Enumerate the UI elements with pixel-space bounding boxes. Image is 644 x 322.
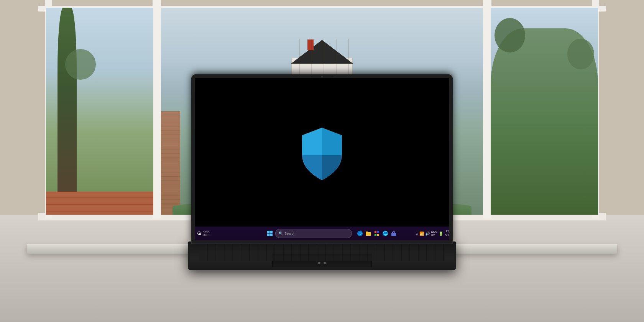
keyboard	[199, 243, 445, 261]
laptop-screen[interactable]: 🌤 30°C Haze	[192, 75, 452, 243]
window-frame-right-inner	[483, 0, 491, 219]
taskbar-right: ∧ 📶 🔊 ENGUS 🔋 12:29 AM 3/10/2023	[397, 230, 449, 238]
file-explorer-icon[interactable]	[365, 230, 372, 237]
svg-rect-1	[270, 231, 273, 233]
taskbar-center: 🔍 Search	[266, 229, 397, 238]
system-tray[interactable]: ∧ 📶 🔊 ENGUS 🔋	[416, 230, 443, 237]
weather-condition: Haze	[203, 234, 210, 237]
search-icon: 🔍	[279, 232, 283, 235]
svg-rect-10	[377, 234, 379, 236]
clock-date: 3/10/2023	[445, 233, 449, 237]
system-clock[interactable]: 12:29 AM 3/10/2023	[445, 230, 449, 238]
taskbar-left: 🌤 30°C Haze	[197, 230, 266, 237]
svg-rect-0	[267, 231, 270, 233]
shield-svg	[295, 125, 349, 184]
window-frame-left-inner	[153, 0, 161, 219]
svg-rect-3	[270, 234, 273, 237]
volume-icon: 🔊	[425, 232, 430, 236]
language-indicator: ENGUS	[431, 230, 437, 237]
taskbar-icons	[356, 230, 397, 237]
screen-content: 🌤 30°C Haze	[195, 78, 449, 240]
store-icon[interactable]	[373, 230, 380, 237]
windows-start-button[interactable]	[266, 230, 274, 237]
touchpad-dot-1	[318, 262, 320, 264]
battery-icon: 🔋	[439, 232, 443, 236]
window-view-left	[46, 8, 153, 215]
camera-dot	[321, 76, 323, 77]
svg-rect-9	[375, 234, 376, 236]
edge-icon[interactable]	[356, 230, 363, 237]
svg-rect-2	[267, 234, 270, 237]
windows-logo-icon	[267, 230, 273, 237]
clock-time: 12:29 AM	[445, 230, 449, 233]
touchpad-dot-2	[324, 262, 326, 264]
weather-info: 30°C Haze	[203, 230, 210, 237]
weather-widget[interactable]: 🌤 30°C Haze	[197, 230, 210, 237]
window-view-right	[491, 8, 598, 215]
touchpad-indicator	[318, 262, 326, 264]
network-icon: 📶	[419, 232, 424, 236]
weather-icon: 🌤	[197, 231, 202, 236]
windows-defender-shield	[295, 125, 349, 184]
svg-rect-8	[377, 231, 379, 233]
svg-rect-7	[375, 231, 376, 233]
weather-temp: 30°C	[203, 230, 210, 234]
svg-rect-12	[391, 233, 396, 236]
tray-expand[interactable]: ∧	[416, 232, 418, 235]
msedge-icon[interactable]	[382, 230, 389, 237]
search-placeholder: Search	[284, 232, 296, 235]
search-bar[interactable]: 🔍 Search	[275, 229, 352, 238]
svg-rect-6	[366, 232, 368, 233]
bag-icon[interactable]	[390, 230, 397, 237]
laptop-base: SAMSUNG	[188, 242, 456, 270]
taskbar[interactable]: 🌤 30°C Haze	[195, 227, 449, 240]
